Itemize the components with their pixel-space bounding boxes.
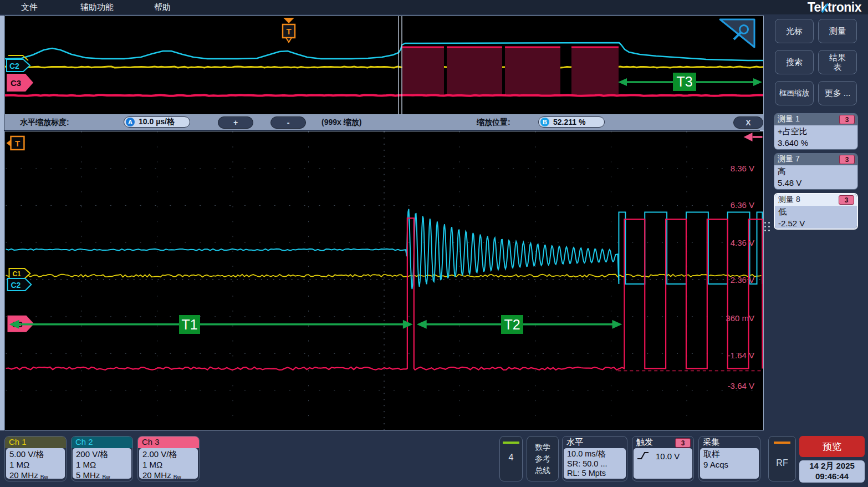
overview-c2-tag[interactable]: C2 xyxy=(7,59,30,72)
overview-trace-c3 xyxy=(5,95,763,96)
measurement-name: +占空比 xyxy=(778,126,854,138)
rf-label: RF xyxy=(769,458,795,468)
t1-label: T1 xyxy=(179,315,200,334)
ch2-impedance: 1 MΩ xyxy=(76,460,128,470)
overview-burst-block xyxy=(447,47,502,95)
vscale-label: 6.36 V xyxy=(704,200,754,210)
ch3-badge[interactable]: Ch 3 2.00 V/格 1 MΩ 20 MHz Bw xyxy=(137,436,200,481)
zoom-window-divider[interactable] xyxy=(399,16,402,114)
vscale-label: 8.36 V xyxy=(704,164,754,173)
bw-suffix: Bw xyxy=(103,474,110,480)
math-label: 数学 xyxy=(527,442,558,453)
ch1-bandwidth: 20 MHz xyxy=(9,470,38,480)
math-ref-bus-button[interactable]: 数学 参考 总线 xyxy=(527,436,559,481)
horizontal-badge[interactable]: 水平 10.0 ms/格 SR: 50.0 ... RL: 5 Mpts xyxy=(562,436,627,481)
menu-utility[interactable]: 辅助功能 xyxy=(80,2,114,13)
zoom-close-button[interactable]: X xyxy=(733,116,763,129)
sample-rate: SR: 50.0 ... xyxy=(567,459,622,469)
rf-badge[interactable]: RF xyxy=(768,436,796,481)
ch1-impedance: 1 MΩ xyxy=(9,460,62,470)
overview-trigger-marker[interactable]: T xyxy=(283,18,295,42)
source-chip: 3 xyxy=(839,195,854,205)
knob-a-icon: A xyxy=(126,118,135,126)
measurement-value: 3.640 % xyxy=(778,138,854,149)
trigger-level: 10.0 V xyxy=(656,452,680,462)
overview-trace-c2 xyxy=(5,43,763,60)
box-zoom-button[interactable]: 框画缩放 xyxy=(775,81,814,105)
acquisition-title: 采集 xyxy=(699,437,760,448)
ch2-label: Ch 2 xyxy=(72,437,132,448)
trigger-level-tag[interactable]: T xyxy=(7,136,24,150)
measure-button[interactable]: 测量 xyxy=(818,19,857,43)
ch1-badge[interactable]: Ch 1 5.00 V/格 1 MΩ 20 MHz Bw xyxy=(4,436,67,481)
date-label: 14 2月 2025 xyxy=(809,461,855,471)
zoom-out-button[interactable]: - xyxy=(270,116,306,129)
main-waveform-panel: C1 C2 C3 T xyxy=(4,131,764,430)
zoom-scale-pill[interactable]: A 10.0 µs/格 xyxy=(124,116,190,128)
acquisition-badge[interactable]: 采集 取样 9 Acqs xyxy=(698,436,760,481)
digital-count: 4 xyxy=(500,453,522,463)
trigger-title: 触发 xyxy=(636,437,653,447)
measurement-name: 低 xyxy=(778,206,854,218)
ch2-bandwidth: 5 MHz xyxy=(76,470,100,480)
overview-c3-tag[interactable]: C3 xyxy=(7,74,33,92)
c1-channel-tag[interactable]: C1 xyxy=(9,268,30,278)
record-length: RL: 5 Mpts xyxy=(567,469,622,479)
overview-traces xyxy=(5,43,763,96)
graticule-grid xyxy=(6,131,763,430)
ch1-scale: 5.00 V/格 xyxy=(9,449,62,460)
zoom-scale-bar: 水平缩放标度: A 10.0 µs/格 + - (999x 缩放) 缩放位置: … xyxy=(4,115,764,130)
zoom-flag-icon[interactable] xyxy=(720,19,754,47)
measurement-badge-8[interactable]: 测量 8 3 低 -2.52 V xyxy=(774,193,858,230)
results-table-button[interactable]: 结果 表 xyxy=(818,50,857,74)
menu-file[interactable]: 文件 xyxy=(21,2,38,13)
trigger-position-arrow[interactable] xyxy=(744,133,763,141)
zoom-in-button[interactable]: + xyxy=(218,116,253,129)
knob-b-icon: B xyxy=(540,118,549,126)
bus-label: 总线 xyxy=(527,465,558,476)
vscale-label: 360 mV xyxy=(704,313,754,323)
source-chip: 3 xyxy=(839,115,855,124)
c2-channel-tag[interactable]: C2 xyxy=(8,278,32,291)
measurement-title: 测量 7 xyxy=(778,154,800,163)
preview-button[interactable]: 预览 xyxy=(799,436,865,457)
svg-text:T: T xyxy=(286,27,291,36)
menu-help[interactable]: 帮助 xyxy=(154,2,171,13)
measurement-name: 高 xyxy=(778,166,854,177)
datetime-badge[interactable]: 14 2月 2025 09:46:44 xyxy=(799,460,865,483)
zoom-position-label: 缩放位置: xyxy=(477,118,510,128)
panel-drag-handle[interactable] xyxy=(764,222,770,231)
ch2-scale: 200 V/格 xyxy=(76,449,128,460)
zoom-scale-value: 10.0 µs/格 xyxy=(139,117,175,127)
vscale-label: 4.36 V xyxy=(704,238,754,247)
menu-bar: 文件 辅助功能 帮助 Tektronix xyxy=(0,0,868,14)
trace-c1 xyxy=(6,275,762,277)
bw-suffix: Bw xyxy=(40,474,48,480)
svg-text:C2: C2 xyxy=(11,281,21,290)
measurement-badge-7[interactable]: 测量 7 3 高 5.48 V xyxy=(774,153,858,190)
tektronix-logo: Tektronix xyxy=(808,0,861,15)
acq-count: 9 Acqs xyxy=(703,460,755,470)
horizontal-title: 水平 xyxy=(563,437,627,448)
zoom-factor-label: (999x 缩放) xyxy=(321,118,361,128)
overview-svg: C2 C3 T xyxy=(5,16,763,114)
trigger-badge[interactable]: 触发 3 10.0 V xyxy=(632,436,694,481)
oscilloscope-screen: 文件 辅助功能 帮助 Tektronix C2 C3 xyxy=(0,0,868,487)
zoom-position-pill[interactable]: B 52.211 % xyxy=(538,116,605,128)
measurement-title: 测量 8 xyxy=(778,195,800,204)
overview-burst-block xyxy=(571,47,619,95)
search-button[interactable]: 搜索 xyxy=(775,50,814,74)
rising-edge-icon xyxy=(637,452,649,460)
ch2-badge[interactable]: Ch 2 200 V/格 1 MΩ 5 MHz Bw xyxy=(71,436,133,481)
more-button[interactable]: 更多 ... xyxy=(818,81,857,105)
svg-text:T: T xyxy=(15,139,20,148)
cursor-button[interactable]: 光标 xyxy=(775,19,814,43)
t2-label: T2 xyxy=(501,315,523,334)
svg-text:C3: C3 xyxy=(11,78,21,88)
ch3-bandwidth: 20 MHz xyxy=(142,470,171,480)
measurement-badge-1[interactable]: 测量 1 3 +占空比 3.640 % xyxy=(774,113,858,150)
digital-channel-badge[interactable]: 4 xyxy=(499,436,523,481)
measurement-title: 测量 1 xyxy=(778,114,800,123)
horizontal-scale: 10.0 ms/格 xyxy=(567,449,622,459)
measurement-value: -2.52 V xyxy=(778,218,854,230)
